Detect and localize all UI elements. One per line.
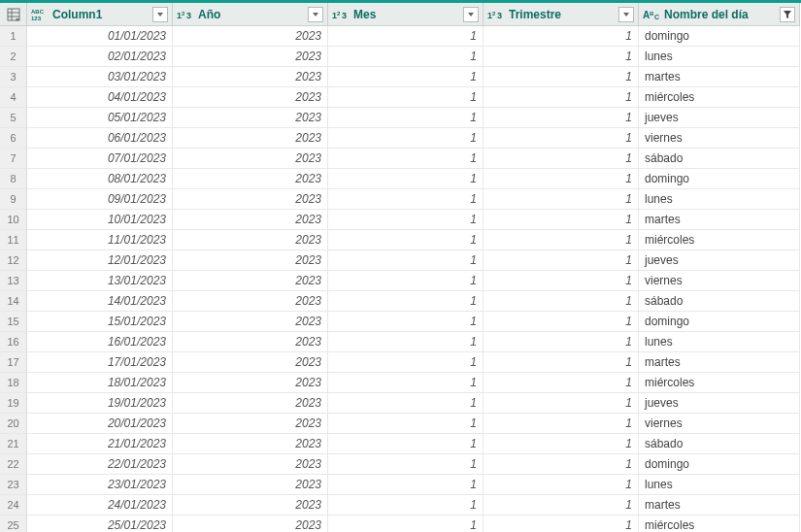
row-header[interactable]: 2: [0, 47, 27, 67]
cell[interactable]: 2023: [173, 434, 328, 454]
row-header[interactable]: 11: [0, 230, 27, 250]
cell[interactable]: 11/01/2023: [27, 230, 173, 250]
row-header[interactable]: 1: [0, 26, 27, 47]
cell[interactable]: 1: [328, 332, 484, 352]
cell[interactable]: 18/01/2023: [27, 373, 173, 393]
cell[interactable]: 1: [484, 87, 639, 108]
filter-dropdown-icon[interactable]: [152, 7, 168, 22]
cell[interactable]: 08/01/2023: [27, 169, 173, 189]
cell[interactable]: 15/01/2023: [27, 312, 173, 332]
cell[interactable]: lunes: [639, 475, 800, 495]
cell[interactable]: 1: [328, 230, 484, 250]
cell[interactable]: 19/01/2023: [27, 393, 173, 414]
cell[interactable]: 1: [484, 414, 639, 434]
cell[interactable]: 2023: [173, 87, 328, 108]
column-header-nombre-del-dia[interactable]: ABC Nombre del día: [639, 3, 800, 26]
cell[interactable]: 1: [328, 26, 484, 47]
cell[interactable]: 06/01/2023: [27, 128, 173, 149]
cell[interactable]: sábado: [639, 434, 800, 454]
cell[interactable]: lunes: [639, 47, 800, 67]
cell[interactable]: 2023: [173, 67, 328, 87]
cell[interactable]: 2023: [173, 250, 328, 271]
cell[interactable]: 1: [484, 210, 639, 230]
cell[interactable]: 1: [484, 373, 639, 393]
cell[interactable]: 1: [328, 312, 484, 332]
cell[interactable]: lunes: [639, 332, 800, 352]
cell[interactable]: miércoles: [639, 515, 800, 532]
row-header[interactable]: 10: [0, 210, 27, 230]
cell[interactable]: 2023: [173, 169, 328, 189]
cell[interactable]: 1: [328, 373, 484, 393]
cell[interactable]: 09/01/2023: [27, 189, 173, 210]
cell[interactable]: sábado: [639, 149, 800, 169]
cell[interactable]: 1: [484, 393, 639, 414]
cell[interactable]: 1: [484, 312, 639, 332]
cell[interactable]: 2023: [173, 128, 328, 149]
cell[interactable]: martes: [639, 495, 800, 515]
cell[interactable]: 01/01/2023: [27, 26, 173, 47]
cell[interactable]: sábado: [639, 291, 800, 312]
filter-dropdown-icon[interactable]: [618, 7, 634, 22]
cell[interactable]: 2023: [173, 291, 328, 312]
row-header[interactable]: 5: [0, 108, 27, 128]
cell[interactable]: 10/01/2023: [27, 210, 173, 230]
cell[interactable]: 2023: [173, 393, 328, 414]
column-header-column1[interactable]: ABC123 Column1: [27, 3, 173, 26]
cell[interactable]: jueves: [639, 108, 800, 128]
cell[interactable]: 1: [484, 475, 639, 495]
row-header[interactable]: 3: [0, 67, 27, 87]
cell[interactable]: martes: [639, 67, 800, 87]
row-header[interactable]: 23: [0, 475, 27, 495]
cell[interactable]: 1: [328, 495, 484, 515]
cell[interactable]: 1: [328, 108, 484, 128]
cell[interactable]: 1: [484, 128, 639, 149]
row-header[interactable]: 19: [0, 393, 27, 414]
cell[interactable]: 2023: [173, 149, 328, 169]
cell[interactable]: 1: [328, 67, 484, 87]
cell[interactable]: 24/01/2023: [27, 495, 173, 515]
cell[interactable]: 1: [484, 108, 639, 128]
cell[interactable]: 2023: [173, 271, 328, 291]
cell[interactable]: 1: [328, 271, 484, 291]
cell[interactable]: viernes: [639, 128, 800, 149]
filter-active-icon[interactable]: [780, 7, 795, 22]
cell[interactable]: domingo: [639, 169, 800, 189]
row-header[interactable]: 14: [0, 291, 27, 312]
cell[interactable]: 03/01/2023: [27, 67, 173, 87]
select-all-corner[interactable]: [0, 3, 27, 26]
cell[interactable]: lunes: [639, 189, 800, 210]
row-header[interactable]: 8: [0, 169, 27, 189]
cell[interactable]: martes: [639, 210, 800, 230]
cell[interactable]: 1: [484, 230, 639, 250]
cell[interactable]: 23/01/2023: [27, 475, 173, 495]
cell[interactable]: viernes: [639, 271, 800, 291]
cell[interactable]: 2023: [173, 26, 328, 47]
cell[interactable]: miércoles: [639, 373, 800, 393]
cell[interactable]: 05/01/2023: [27, 108, 173, 128]
cell[interactable]: 2023: [173, 108, 328, 128]
cell[interactable]: 1: [328, 454, 484, 475]
cell[interactable]: 2023: [173, 210, 328, 230]
row-header[interactable]: 17: [0, 352, 27, 373]
cell[interactable]: 2023: [173, 373, 328, 393]
cell[interactable]: 1: [328, 87, 484, 108]
cell[interactable]: 14/01/2023: [27, 291, 173, 312]
row-header[interactable]: 24: [0, 495, 27, 515]
cell[interactable]: martes: [639, 352, 800, 373]
cell[interactable]: 1: [484, 189, 639, 210]
cell[interactable]: 1: [328, 169, 484, 189]
cell[interactable]: 1: [328, 149, 484, 169]
cell[interactable]: 2023: [173, 352, 328, 373]
cell[interactable]: 07/01/2023: [27, 149, 173, 169]
row-header[interactable]: 15: [0, 312, 27, 332]
cell[interactable]: domingo: [639, 26, 800, 47]
cell[interactable]: 1: [484, 250, 639, 271]
cell[interactable]: 13/01/2023: [27, 271, 173, 291]
cell[interactable]: 16/01/2023: [27, 332, 173, 352]
cell[interactable]: 20/01/2023: [27, 414, 173, 434]
row-header[interactable]: 18: [0, 373, 27, 393]
cell[interactable]: 1: [484, 149, 639, 169]
cell[interactable]: 2023: [173, 47, 328, 67]
cell[interactable]: 1: [328, 291, 484, 312]
cell[interactable]: domingo: [639, 312, 800, 332]
